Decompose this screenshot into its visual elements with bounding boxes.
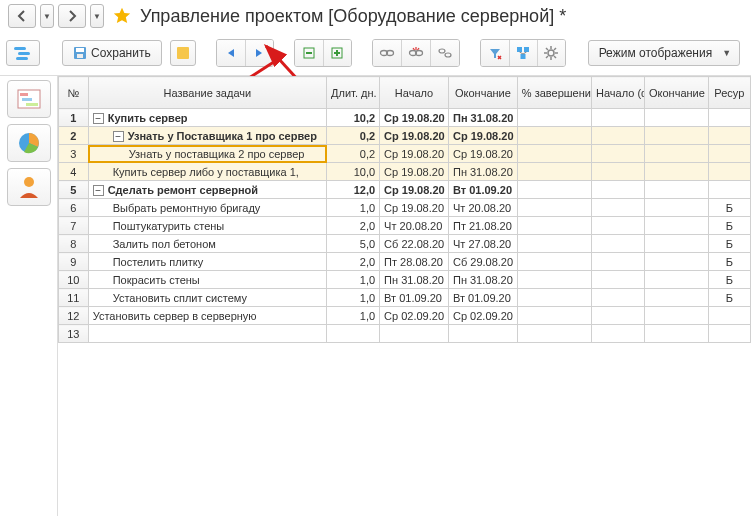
table-row[interactable]: 5−Сделать ремонт серверной12,0Ср 19.08.2… bbox=[59, 181, 751, 199]
side-chart-button[interactable] bbox=[7, 124, 51, 162]
table-row[interactable]: 10Покрасить стены1,0Пн 31.08.20Пн 31.08.… bbox=[59, 271, 751, 289]
cell-start[interactable]: Сб 22.08.20 bbox=[380, 235, 449, 253]
outdent-button[interactable] bbox=[217, 40, 245, 66]
cell-res[interactable] bbox=[708, 307, 750, 325]
cell-end[interactable]: Пн 31.08.20 bbox=[448, 109, 517, 127]
task-grid[interactable]: № Название задачи Длит. дн. Начало Оконч… bbox=[58, 76, 751, 516]
table-row[interactable]: 9Постелить плитку2,0Пт 28.08.20Сб 29.08.… bbox=[59, 253, 751, 271]
cell-ef[interactable] bbox=[645, 217, 709, 235]
cell-res[interactable]: Б bbox=[708, 199, 750, 217]
task-name-cell[interactable]: Залить пол бетоном bbox=[88, 235, 326, 253]
cell-sf[interactable] bbox=[592, 199, 645, 217]
back-dropdown[interactable]: ▼ bbox=[40, 4, 54, 28]
cell-start[interactable] bbox=[380, 325, 449, 343]
cell-pct[interactable] bbox=[517, 307, 591, 325]
cell-dur[interactable]: 12,0 bbox=[327, 181, 380, 199]
row-number[interactable]: 8 bbox=[59, 235, 89, 253]
cell-pct[interactable] bbox=[517, 253, 591, 271]
cell-sf[interactable] bbox=[592, 271, 645, 289]
cell-dur[interactable] bbox=[327, 325, 380, 343]
task-name-cell[interactable] bbox=[88, 325, 326, 343]
settings-button[interactable] bbox=[537, 40, 565, 66]
cell-start[interactable]: Пн 31.08.20 bbox=[380, 271, 449, 289]
cell-ef[interactable] bbox=[645, 253, 709, 271]
cell-end[interactable]: Пн 31.08.20 bbox=[448, 271, 517, 289]
cell-sf[interactable] bbox=[592, 307, 645, 325]
side-user-button[interactable] bbox=[7, 168, 51, 206]
task-name-cell[interactable]: −Узнать у Поставщика 1 про сервер bbox=[88, 127, 326, 145]
cell-ef[interactable] bbox=[645, 145, 709, 163]
col-duration[interactable]: Длит. дн. bbox=[327, 77, 380, 109]
task-name-cell[interactable]: Покрасить стены bbox=[88, 271, 326, 289]
cell-pct[interactable] bbox=[517, 199, 591, 217]
cell-sf[interactable] bbox=[592, 235, 645, 253]
cell-sf[interactable] bbox=[592, 163, 645, 181]
task-name-cell[interactable]: Узнать у поставщика 2 про сервер bbox=[88, 145, 326, 163]
expand-button[interactable] bbox=[323, 40, 351, 66]
table-row[interactable]: 7Поштукатурить стены2,0Чт 20.08.20Пт 21.… bbox=[59, 217, 751, 235]
cell-pct[interactable] bbox=[517, 181, 591, 199]
cell-end[interactable]: Ср 19.08.20 bbox=[448, 145, 517, 163]
cell-res[interactable] bbox=[708, 325, 750, 343]
cell-dur[interactable]: 10,2 bbox=[327, 109, 380, 127]
col-start-fact[interactable]: Начало (факт.) bbox=[592, 77, 645, 109]
col-name[interactable]: Название задачи bbox=[88, 77, 326, 109]
cell-sf[interactable] bbox=[592, 109, 645, 127]
cell-start[interactable]: Ср 19.08.20 bbox=[380, 163, 449, 181]
table-row[interactable]: 2−Узнать у Поставщика 1 про сервер0,2Ср … bbox=[59, 127, 751, 145]
task-name-cell[interactable]: Постелить плитку bbox=[88, 253, 326, 271]
cell-end[interactable]: Ср 19.08.20 bbox=[448, 127, 517, 145]
cell-ef[interactable] bbox=[645, 325, 709, 343]
cell-ef[interactable] bbox=[645, 181, 709, 199]
note-button[interactable] bbox=[170, 40, 196, 66]
row-number[interactable]: 12 bbox=[59, 307, 89, 325]
row-number[interactable]: 7 bbox=[59, 217, 89, 235]
cell-start[interactable]: Чт 20.08.20 bbox=[380, 217, 449, 235]
forward-dropdown[interactable]: ▼ bbox=[90, 4, 104, 28]
cell-res[interactable]: Б bbox=[708, 217, 750, 235]
col-end[interactable]: Окончание bbox=[448, 77, 517, 109]
cell-res[interactable] bbox=[708, 109, 750, 127]
cell-end[interactable]: Чт 20.08.20 bbox=[448, 199, 517, 217]
cell-ef[interactable] bbox=[645, 199, 709, 217]
collapse-button[interactable] bbox=[295, 40, 323, 66]
row-number[interactable]: 6 bbox=[59, 199, 89, 217]
row-number[interactable]: 10 bbox=[59, 271, 89, 289]
cell-ef[interactable] bbox=[645, 235, 709, 253]
col-end-fact[interactable]: Окончание (факт.) bbox=[645, 77, 709, 109]
cell-sf[interactable] bbox=[592, 289, 645, 307]
cell-dur[interactable]: 1,0 bbox=[327, 199, 380, 217]
table-row[interactable]: 12Установить сервер в серверную1,0Ср 02.… bbox=[59, 307, 751, 325]
back-button[interactable] bbox=[8, 4, 36, 28]
table-row[interactable]: 13 bbox=[59, 325, 751, 343]
cell-sf[interactable] bbox=[592, 217, 645, 235]
cell-dur[interactable]: 2,0 bbox=[327, 253, 380, 271]
cell-ef[interactable] bbox=[645, 127, 709, 145]
table-row[interactable]: 1−Купить сервер10,2Ср 19.08.20Пн 31.08.2… bbox=[59, 109, 751, 127]
table-row[interactable]: 11Установить сплит систему1,0Вт 01.09.20… bbox=[59, 289, 751, 307]
cell-dur[interactable]: 0,2 bbox=[327, 127, 380, 145]
cell-res[interactable]: Б bbox=[708, 289, 750, 307]
cell-pct[interactable] bbox=[517, 217, 591, 235]
cell-start[interactable]: Вт 01.09.20 bbox=[380, 289, 449, 307]
favorite-star-icon[interactable] bbox=[112, 6, 132, 26]
cell-end[interactable]: Чт 27.08.20 bbox=[448, 235, 517, 253]
row-number[interactable]: 9 bbox=[59, 253, 89, 271]
cell-ef[interactable] bbox=[645, 307, 709, 325]
side-gantt-button[interactable] bbox=[7, 80, 51, 118]
cell-dur[interactable]: 1,0 bbox=[327, 289, 380, 307]
cell-ef[interactable] bbox=[645, 163, 709, 181]
cell-res[interactable] bbox=[708, 145, 750, 163]
cell-dur[interactable]: 2,0 bbox=[327, 217, 380, 235]
collapse-toggle-icon[interactable]: − bbox=[93, 185, 104, 196]
chain-button[interactable] bbox=[430, 40, 459, 66]
save-button[interactable]: Сохранить bbox=[62, 40, 162, 66]
filter-button[interactable] bbox=[481, 40, 509, 66]
row-number[interactable]: 5 bbox=[59, 181, 89, 199]
tasks-view-button[interactable] bbox=[6, 40, 40, 66]
indent-button[interactable] bbox=[245, 40, 273, 66]
task-name-cell[interactable]: Установить сервер в серверную bbox=[88, 307, 326, 325]
cell-end[interactable]: Сб 29.08.20 bbox=[448, 253, 517, 271]
cell-end[interactable]: Вт 01.09.20 bbox=[448, 181, 517, 199]
row-number[interactable]: 4 bbox=[59, 163, 89, 181]
